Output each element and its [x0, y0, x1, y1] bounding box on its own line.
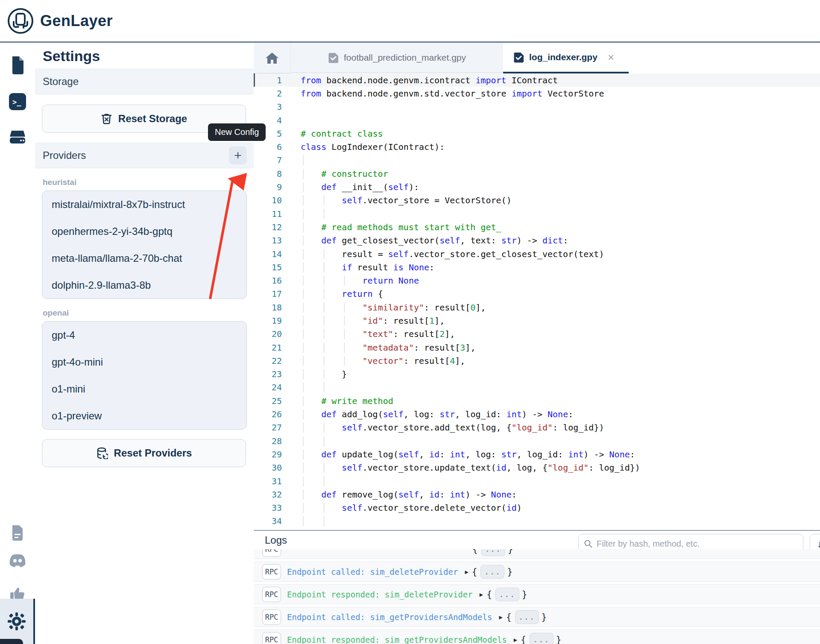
code-line[interactable]: 24│ │	[254, 381, 820, 394]
home-tab-button[interactable]	[254, 43, 290, 73]
code-line[interactable]: 11│ │	[254, 207, 820, 220]
docs-icon[interactable]	[0, 524, 35, 542]
code-line[interactable]: 25│ # write method	[254, 394, 820, 407]
app-header: GenLayer	[0, 0, 820, 43]
discord-icon[interactable]	[0, 553, 35, 568]
log-row: RPC{...}	[254, 549, 820, 559]
provider-model-item[interactable]: gpt-4o-mini	[42, 348, 246, 375]
collapsed-payload-chip[interactable]: ...	[515, 610, 539, 624]
provider-model-item[interactable]: meta-llama/llama-2-70b-chat	[42, 245, 246, 272]
line-number: 19	[254, 316, 282, 326]
tab-log-indexer[interactable]: log_indexer.gpy ×	[503, 43, 629, 73]
provider-model-item[interactable]: dolphin-2.9-llama3-8b	[42, 272, 246, 299]
code-line[interactable]: 28│ │	[254, 434, 820, 448]
line-number: 17	[254, 289, 282, 299]
log-row: RPCEndpoint called: sim_deleteProvider▶{…	[254, 562, 820, 582]
code-line[interactable]: 34│ │	[254, 515, 820, 528]
collapsed-payload-chip[interactable]: ...	[530, 633, 554, 644]
code-line[interactable]: 8│ # constructor	[254, 167, 820, 180]
collapsed-payload-chip[interactable]: ...	[495, 588, 519, 601]
provider-model-item[interactable]: mistralai/mixtral-8x7b-instruct	[42, 191, 246, 218]
code-line[interactable]: 13│ def get_closest_vector(self, text: s…	[254, 234, 820, 247]
tab-label: log_indexer.gpy	[529, 52, 597, 62]
tab-football-prediction-market[interactable]: football_prediction_market.gpy	[290, 43, 503, 73]
code-line[interactable]: 7│	[254, 154, 820, 167]
code-line[interactable]: 4	[254, 114, 820, 127]
code-line[interactable]: 12│ # read methods must start with get_	[254, 220, 820, 234]
reset-storage-label: Reset Storage	[118, 113, 187, 125]
expand-arrow-icon[interactable]: ▶	[514, 636, 517, 643]
code-line[interactable]: 27│ │ self.vector_store.add_text(log, {"…	[254, 421, 820, 434]
provider-model-item[interactable]: openhermes-2-yi-34b-gptq	[42, 218, 246, 245]
reset-providers-button[interactable]: Reset Providers	[42, 439, 246, 467]
code-text: │ │ │ "id": result[1],	[301, 316, 445, 326]
code-line[interactable]: 9│ def __init__(self):	[254, 180, 820, 193]
line-number: 27	[254, 422, 282, 433]
line-number: 23	[254, 369, 282, 379]
logs-filter-input[interactable]	[596, 539, 798, 549]
line-number: 34	[254, 516, 282, 526]
line-number: 14	[254, 249, 282, 259]
provider-group-label: heuristai	[43, 178, 254, 187]
add-provider-button[interactable]: +	[229, 146, 247, 164]
log-message: Endpoint called: sim_getProvidersAndMode…	[287, 612, 492, 622]
code-line[interactable]: 10│ │ self.vector_store = VectorStore()	[254, 194, 820, 207]
code-text: │ │ self.vector_store.delete_vector(id)	[301, 503, 522, 513]
code-editor[interactable]: 1from backend.node.genvm.icontract impor…	[254, 73, 820, 530]
code-line[interactable]: 5# contract class	[254, 127, 820, 140]
code-line[interactable]: 6class LogIndexer(IContract):	[254, 140, 820, 153]
code-line[interactable]: 21│ │ │ "metadata": result[3],	[254, 341, 820, 354]
code-text: from backend.node.genvm.icontract import…	[301, 75, 558, 85]
logs-header: Logs ↓↑	[254, 531, 820, 548]
terminal-icon[interactable]: >_	[0, 92, 35, 111]
line-number: 29	[254, 449, 282, 460]
log-message: Endpoint responded: sim_deleteProvider	[287, 590, 473, 599]
code-line[interactable]: 3	[254, 100, 820, 114]
code-line[interactable]: 31│ │	[254, 474, 820, 488]
log-row: RPCEndpoint responded: sim_deleteProvide…	[254, 584, 820, 604]
line-number: 8	[254, 169, 282, 179]
providers-section-header: Providers +	[35, 143, 254, 168]
code-line[interactable]: 23│ │ }	[254, 368, 820, 381]
code-text: │ │ │ "vector": result[4],	[301, 356, 465, 366]
line-number: 32	[254, 489, 282, 500]
provider-model-item[interactable]: o1-mini	[42, 375, 246, 402]
code-line[interactable]: 32│ def remove_log(self, id: int) -> Non…	[254, 488, 820, 501]
trash-icon	[101, 113, 112, 125]
code-text: │ │	[301, 382, 326, 392]
expand-arrow-icon[interactable]: ▶	[480, 591, 483, 598]
code-line[interactable]: 1from backend.node.genvm.icontract impor…	[254, 73, 820, 87]
code-line[interactable]: 15│ │ if result is None:	[254, 261, 820, 274]
settings-title: Settings	[35, 43, 254, 69]
code-line[interactable]: 20│ │ │ "text": result[2],	[254, 328, 820, 341]
app-name: GenLayer	[40, 12, 113, 30]
code-line[interactable]: 19│ │ │ "id": result[1],	[254, 314, 820, 327]
code-line[interactable]: 14│ │ result = self.vector_store.get_clo…	[254, 247, 820, 261]
rpc-badge: RPC	[262, 609, 281, 625]
expand-arrow-icon[interactable]: ▶	[499, 614, 502, 621]
settings-active-tile[interactable]	[0, 599, 35, 644]
code-line[interactable]: 22│ │ │ "vector": result[4],	[254, 354, 820, 367]
code-line[interactable]: 29│ def update_log(self, id: int, log: s…	[254, 448, 820, 461]
collapsed-payload-chip[interactable]: ...	[480, 565, 504, 579]
code-text: │ │ │ "text": result[2],	[301, 329, 455, 339]
line-number: 30	[254, 463, 282, 473]
close-tab-icon[interactable]: ×	[608, 52, 614, 63]
code-line[interactable]: 26│ def add_log(self, log: str, log_id: …	[254, 407, 820, 421]
expand-arrow-icon[interactable]: ▶	[465, 568, 468, 575]
files-icon[interactable]	[0, 56, 35, 74]
log-message: Endpoint responded: sim_getProvidersAndM…	[287, 635, 507, 644]
storage-drive-icon[interactable]	[0, 129, 35, 147]
code-line[interactable]: 17│ │ return {	[254, 287, 820, 301]
collapsed-payload-chip[interactable]: ...	[481, 549, 505, 556]
code-line[interactable]: 16│ │ │ return None	[254, 274, 820, 287]
provider-model-item[interactable]: o1-preview	[42, 402, 246, 429]
search-icon	[584, 539, 592, 548]
line-number: 18	[254, 302, 282, 313]
provider-model-item[interactable]: gpt-4	[42, 322, 246, 348]
code-line[interactable]: 18│ │ │ "similarity": result[0],	[254, 301, 820, 314]
code-line[interactable]: 30│ │ self.vector_store.update_text(id, …	[254, 461, 820, 474]
code-line[interactable]: 33│ │ self.vector_store.delete_vector(id…	[254, 501, 820, 515]
code-text: │ def add_log(self, log: str, log_id: in…	[301, 409, 573, 419]
code-line[interactable]: 2from backend.node.genvm.std.vector_stor…	[254, 87, 820, 100]
